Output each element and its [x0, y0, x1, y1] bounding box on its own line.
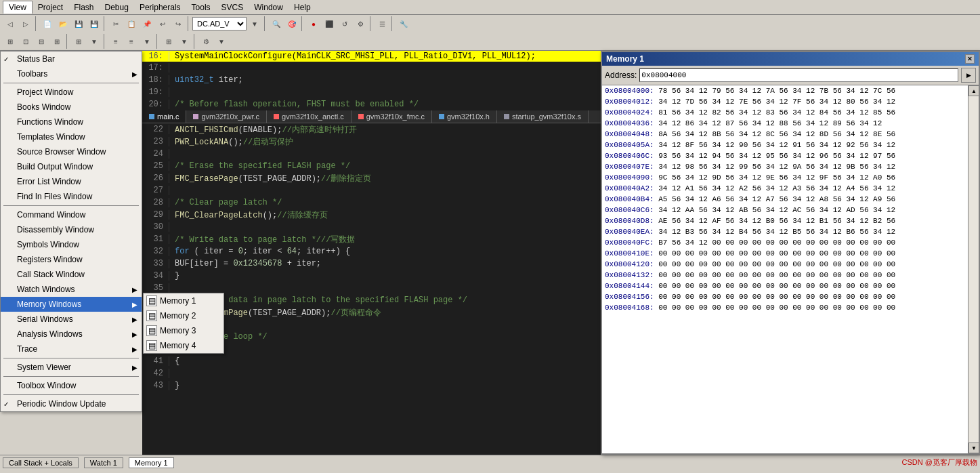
toolbar-reset-btn[interactable]: ↺ — [337, 16, 352, 31]
memory-scrollbar[interactable]: ▲ ▼ — [968, 85, 979, 453]
toolbar-redo-btn[interactable]: ↪ — [171, 16, 186, 31]
memory-scroll-track[interactable] — [968, 96, 979, 443]
menu-item-serial-windows[interactable]: Serial Windows ▶ — [1, 312, 142, 327]
toolbar2-btn1[interactable]: ⊞ — [3, 34, 18, 49]
toolbar2-btn4[interactable]: ⊞ — [49, 34, 64, 49]
toolbar-wrench-btn[interactable]: 🔧 — [396, 16, 411, 31]
toolbar2-config-btn[interactable]: ⚙ — [198, 34, 213, 49]
toolbar2-config-arrow[interactable]: ▼ — [214, 34, 229, 49]
menu-item-trace[interactable]: Trace ▶ — [1, 342, 142, 356]
menu-flash[interactable]: Flash — [68, 1, 99, 14]
toolbar-target-btn[interactable]: 🎯 — [284, 16, 299, 31]
toolbar-view-btn[interactable]: ☰ — [375, 16, 389, 31]
menu-item-toolbox-window[interactable]: Toolbox Window — [1, 378, 142, 393]
toolbar2-btn10[interactable]: ⊞ — [161, 34, 176, 49]
menu-debug[interactable]: Debug — [100, 1, 134, 14]
menu-peripherals[interactable]: Peripherals — [134, 1, 186, 14]
lc-26: FMC_ErasePage(TEST_PAGE_ADDR);//删除指定页 — [169, 173, 371, 184]
toolbar2-btn7[interactable]: ≡ — [108, 34, 123, 49]
menu-item-registers-window[interactable]: Registers Window — [1, 252, 142, 267]
toolbar-combo-arrow[interactable]: ▼ — [247, 16, 262, 31]
memory-scroll-down[interactable]: ▼ — [968, 443, 979, 453]
memory-close-btn[interactable]: ✕ — [965, 54, 975, 64]
menu-item-functions-window[interactable]: Functions Window — [1, 115, 142, 129]
submenu-arrow-trace: ▶ — [132, 346, 137, 353]
check-mark-status-bar: ✓ — [3, 56, 9, 63]
toolbar2-btn9[interactable]: ▼ — [140, 34, 154, 49]
toolbar-paste-btn[interactable]: 📌 — [140, 16, 154, 31]
status-tab-memory1[interactable]: Memory 1 — [129, 457, 174, 468]
memory-row-10: 0x080040B4: A5 56 34 12 A6 56 34 12 A7 5… — [605, 195, 965, 206]
memory-submenu-item-3[interactable]: ▤ Memory 3 — [144, 323, 223, 338]
menu-item-status-bar[interactable]: ✓ Status Bar — [1, 52, 142, 66]
toolbar2-btn6[interactable]: ▼ — [87, 34, 102, 49]
toolbar-cut-btn[interactable]: ✂ — [108, 16, 123, 31]
tab-gvm32f10x-anctl[interactable]: gvm32f10x_anctl.c — [267, 110, 351, 123]
menu-project[interactable]: Project — [33, 1, 68, 14]
menu-item-command-window[interactable]: Command Window — [1, 207, 142, 222]
menu-tools[interactable]: Tools — [186, 1, 216, 14]
menu-item-memory-windows[interactable]: Memory Windows ▶ — [1, 297, 142, 312]
menu-item-error-list-window[interactable]: Error List Window — [1, 174, 142, 189]
menu-item-build-output-window[interactable]: Build Output Window — [1, 159, 142, 174]
tab-gvm32f10x-pwr[interactable]: gvm32f10x_pwr.c — [186, 110, 267, 123]
toolbar-settings-btn[interactable]: ⚙ — [353, 16, 368, 31]
memory-submenu-item-2[interactable]: ▤ Memory 2 — [144, 308, 223, 323]
memory-row-6: 0x0800406C: 93 56 34 12 94 56 34 12 95 5… — [605, 152, 965, 163]
menu-item-toolbars[interactable]: Toolbars ▶ — [1, 66, 142, 81]
menu-item-source-browser-window[interactable]: Source Browser Window — [1, 144, 142, 159]
ln-22: 22 — [142, 125, 169, 134]
toolbar-saveall-btn[interactable]: 💾 — [87, 16, 102, 31]
toolbar-save-btn[interactable]: 💾 — [71, 16, 86, 31]
toolbar-open-btn[interactable]: 📂 — [56, 16, 70, 31]
pre-line-num-19: 19: — [142, 87, 169, 97]
toolbar2-btn3[interactable]: ⊟ — [34, 34, 49, 49]
toolbar-stop-btn[interactable]: ⬛ — [322, 16, 337, 31]
status-tab-call-stack[interactable]: Call Stack + Locals — [3, 457, 79, 468]
toolbar-find-btn[interactable]: 🔍 — [269, 16, 284, 31]
menu-item-find-in-files-window[interactable]: Find In Files Window — [1, 189, 142, 204]
menu-item-analysis-windows[interactable]: Analysis Windows ▶ — [1, 327, 142, 342]
menu-item-templates-window[interactable]: Templates Window — [1, 129, 142, 144]
tab-main-c[interactable]: main.c — [142, 110, 186, 123]
menu-item-books-window[interactable]: Books Window — [1, 100, 142, 115]
memory-title: Memory 1 — [606, 54, 644, 64]
status-tab-watch1[interactable]: Watch 1 — [84, 457, 123, 468]
memory-submenu-item-1[interactable]: ▤ Memory 1 — [144, 293, 223, 308]
tab-gvm32f10x-h[interactable]: gvm32f10x.h — [432, 110, 497, 123]
menu-item-periodic-update[interactable]: ✓ Periodic Window Update — [1, 396, 142, 411]
menu-sep1 — [3, 83, 139, 83]
toolbar-run-btn[interactable]: ● — [306, 16, 321, 31]
memory-address-input[interactable] — [639, 68, 958, 82]
toolbar-area: ◁ ▷ 📄 📂 💾 💾 ✂ 📋 📌 ↩ ↪ DC.AD_V ▼ 🔍 🎯 ● ⬛ … — [0, 15, 980, 51]
memory-submenu-item-4[interactable]: ▤ Memory 4 — [144, 338, 223, 353]
ln-26: 26 — [142, 173, 169, 183]
tab-gvm32f10x-fmc[interactable]: gvm32f10x_fmc.c — [351, 110, 432, 123]
tab-dot-anctl — [274, 114, 279, 119]
toolbar-fwd-btn[interactable]: ▷ — [18, 16, 33, 31]
toolbar-copy-btn[interactable]: 📋 — [124, 16, 139, 31]
memory-go-btn[interactable]: ▶ — [961, 68, 976, 83]
toolbar-combo[interactable]: DC.AD_V — [192, 17, 247, 30]
toolbar-undo-btn[interactable]: ↩ — [155, 16, 170, 31]
lc-31: /* Write data to page latch *///写数据 — [169, 234, 355, 245]
menu-item-call-stack-window[interactable]: Call Stack Window — [1, 267, 142, 282]
memory-content[interactable]: 0x08004000: 78 56 34 12 79 56 34 12 7A 5… — [602, 85, 968, 453]
menu-help[interactable]: Help — [289, 1, 316, 14]
tab-startup[interactable]: startup_gvm32f10x.s — [497, 110, 589, 123]
toolbar-new-btn[interactable]: 📄 — [40, 16, 55, 31]
menu-item-watch-windows[interactable]: Watch Windows ▶ — [1, 282, 142, 297]
menu-item-system-viewer[interactable]: System Viewer ▶ — [1, 360, 142, 375]
menu-item-disassembly-window[interactable]: Disassembly Window — [1, 222, 142, 237]
menu-view[interactable]: View — [3, 1, 33, 14]
menu-window[interactable]: Window — [249, 1, 289, 14]
memory-scroll-up[interactable]: ▲ — [968, 85, 979, 96]
toolbar2-btn5[interactable]: ⊞ — [71, 34, 86, 49]
menu-item-project-window[interactable]: Project Window — [1, 85, 142, 100]
toolbar-back-btn[interactable]: ◁ — [3, 16, 18, 31]
toolbar2-btn2[interactable]: ⊡ — [18, 34, 33, 49]
menu-svcs[interactable]: SVCS — [216, 1, 249, 14]
toolbar2-btn11[interactable]: ▼ — [177, 34, 192, 49]
toolbar2-btn8[interactable]: ≡ — [124, 34, 139, 49]
menu-item-symbols-window[interactable]: Symbols Window — [1, 237, 142, 252]
